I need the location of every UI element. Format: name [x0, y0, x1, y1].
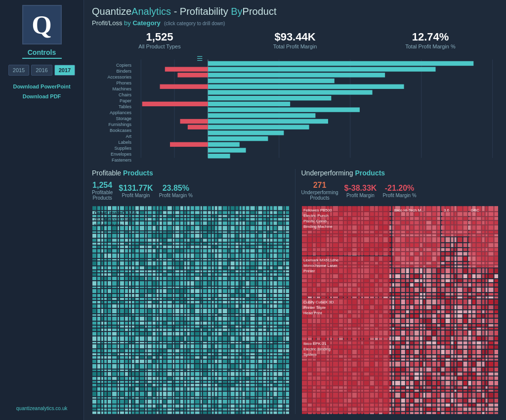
- download-ppt-btn[interactable]: Download PowerPoint: [13, 84, 70, 89]
- svg-rect-1049: [157, 287, 159, 288]
- svg-rect-1945: [140, 356, 144, 359]
- year-2016-btn[interactable]: 2016: [31, 65, 52, 76]
- svg-rect-1173: [251, 294, 255, 297]
- svg-rect-651: [163, 253, 167, 258]
- svg-rect-4702: [463, 408, 467, 411]
- svg-rect-2025: [258, 360, 262, 363]
- svg-rect-707: [187, 259, 190, 260]
- svg-rect-200: [160, 218, 162, 220]
- svg-rect-3424: [454, 279, 456, 282]
- svg-rect-279: [274, 221, 277, 225]
- svg-rect-2408: [191, 392, 194, 396]
- svg-rect-414: [215, 234, 217, 238]
- svg-rect-1949: [157, 356, 159, 359]
- svg-rect-1837: [108, 349, 111, 352]
- svg-rect-1238: [112, 301, 117, 303]
- svg-rect-2656: [184, 412, 186, 414]
- svg-rect-3607: [485, 296, 487, 298]
- svg-rect-2257: [187, 381, 190, 383]
- svg-rect-4045: [476, 341, 481, 344]
- svg-rect-1657: [187, 332, 190, 336]
- year-2017-btn[interactable]: 2017: [54, 65, 75, 76]
- svg-rect-4645: [406, 404, 409, 407]
- svg-rect-3904: [437, 328, 440, 330]
- svg-rect-259: [195, 221, 200, 225]
- svg-rect-1114: [215, 289, 217, 293]
- svg-rect-1123: [251, 289, 255, 293]
- svg-rect-2090: [120, 370, 124, 371]
- svg-rect-1992: [129, 360, 131, 363]
- svg-rect-2285: [101, 384, 103, 386]
- svg-rect-1805: [180, 344, 183, 348]
- svg-rect-860: [201, 270, 202, 272]
- svg-rect-626: [263, 249, 266, 252]
- svg-rect-1778: [270, 342, 273, 343]
- profitable-treemap[interactable]: Canon imageCLASS2200 Advanced Copier$15.…: [92, 206, 289, 414]
- svg-rect-842: [129, 270, 131, 272]
- svg-rect-2229: [274, 377, 277, 380]
- svg-rect-891: [125, 273, 128, 276]
- svg-rect-2351: [163, 387, 167, 391]
- svg-rect-2616: [223, 409, 227, 411]
- year-2015-btn[interactable]: 2015: [8, 65, 29, 76]
- svg-rect-2428: [270, 392, 273, 396]
- svg-rect-3765: [406, 314, 409, 318]
- svg-rect-577: [267, 246, 269, 248]
- svg-rect-2325: [258, 384, 262, 386]
- svg-rect-781: [284, 261, 285, 265]
- svg-rect-406: [184, 234, 186, 238]
- svg-rect-2111: [203, 370, 207, 371]
- svg-rect-3072: [454, 243, 456, 247]
- svg-rect-1695: [140, 336, 144, 341]
- underperforming-treemap[interactable]: Fellowes PB500Electric PunchPlastic Comb…: [301, 206, 499, 414]
- download-pdf-btn[interactable]: Download PDF: [23, 93, 61, 99]
- svg-rect-2356: [184, 387, 186, 391]
- svg-rect-2121: [243, 370, 245, 371]
- svg-rect-3679: [414, 305, 419, 309]
- svg-rect-1495: [140, 322, 144, 325]
- svg-rect-2119: [236, 370, 239, 371]
- svg-rect-4607: [432, 399, 436, 403]
- svg-rect-1327: [267, 304, 269, 308]
- svg-rect-4399: [485, 377, 487, 380]
- svg-rect-599: [157, 249, 159, 252]
- svg-rect-695: [140, 259, 144, 260]
- svg-rect-1680: [278, 332, 283, 336]
- svg-rect-4566: [445, 393, 450, 398]
- svg-rect-1603: [173, 329, 174, 331]
- svg-rect-957: [187, 277, 190, 280]
- svg-rect-3770: [426, 314, 431, 318]
- svg-rect-3292: [454, 265, 456, 267]
- svg-rect-44: [135, 206, 139, 210]
- svg-rect-3117: [457, 248, 462, 251]
- svg-rect-2083: [92, 370, 96, 371]
- svg-rect-1012: [208, 281, 211, 286]
- svg-rect-2135: [101, 372, 103, 376]
- svg-rect-1087: [108, 289, 111, 293]
- site-link[interactable]: quantizeanalytics.co.uk: [16, 406, 67, 411]
- svg-rect-3293: [457, 265, 462, 267]
- svg-rect-947: [148, 277, 152, 280]
- svg-rect-442: [129, 239, 131, 242]
- svg-rect-2298: [153, 384, 156, 386]
- svg-rect-1792: [129, 344, 131, 348]
- svg-rect-3873: [494, 324, 498, 327]
- svg-rect-4696: [437, 408, 440, 411]
- svg-rect-1339: [118, 309, 119, 313]
- svg-rect-1177: [267, 294, 269, 297]
- svg-rect-4445: [494, 381, 498, 385]
- svg-rect-1397: [148, 314, 152, 316]
- svg-rect-197: [148, 218, 152, 220]
- svg-rect-2108: [191, 370, 194, 371]
- svg-rect-3854: [410, 324, 413, 327]
- bar-chart-area[interactable]: ☰: [135, 54, 498, 163]
- svg-rect-956: [184, 277, 186, 280]
- svg-rect-4603: [414, 399, 419, 403]
- svg-rect-988: [112, 281, 117, 286]
- svg-rect-1861: [203, 349, 207, 352]
- svg-rect-4512: [401, 390, 405, 392]
- svg-rect-762: [208, 261, 211, 265]
- svg-rect-1231: [284, 298, 285, 300]
- svg-rect-731: [284, 259, 285, 260]
- svg-rect-2293: [132, 384, 134, 386]
